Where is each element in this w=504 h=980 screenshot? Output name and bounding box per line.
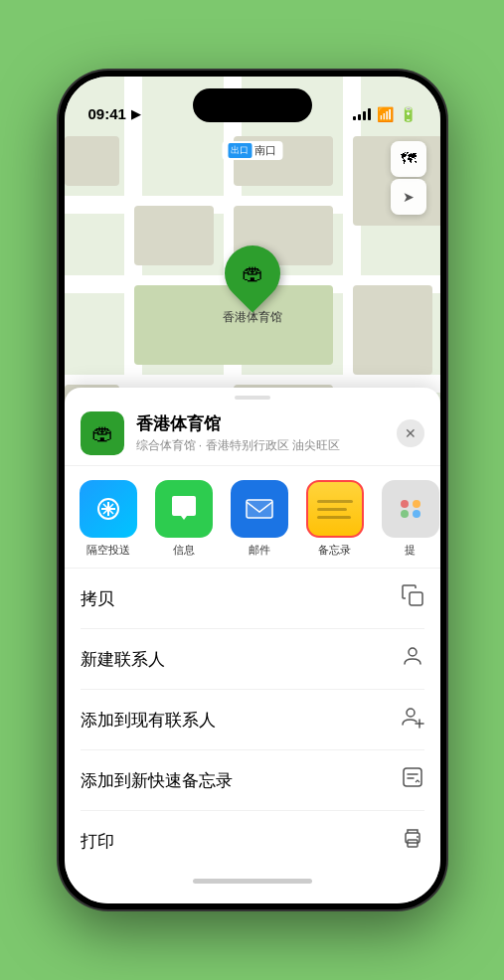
venue-icon: 🏟 bbox=[81, 411, 124, 455]
airdrop-label: 隔空投送 bbox=[86, 543, 130, 558]
svg-point-3 bbox=[409, 648, 417, 656]
home-indicator bbox=[193, 879, 312, 884]
map-controls: 🗺 ➤ bbox=[391, 141, 426, 215]
dynamic-island bbox=[193, 88, 312, 122]
share-item-messages[interactable]: 信息 bbox=[150, 480, 218, 558]
venue-emoji: 🏟 bbox=[91, 420, 113, 446]
more-icon bbox=[382, 480, 439, 538]
notes-lines bbox=[313, 494, 357, 525]
location-arrow-icon: ▶ bbox=[131, 107, 140, 121]
copy-label: 拷贝 bbox=[81, 587, 401, 610]
map-icon: 🗺 bbox=[401, 150, 417, 168]
location-button[interactable]: ➤ bbox=[391, 179, 426, 215]
share-item-more[interactable]: 提 bbox=[377, 480, 440, 558]
action-print[interactable]: 打印 bbox=[81, 811, 424, 871]
svg-rect-2 bbox=[410, 592, 422, 605]
stadium-pin: 🏟 香港体育馆 bbox=[223, 245, 282, 326]
print-label: 打印 bbox=[81, 830, 401, 853]
mail-icon bbox=[231, 480, 288, 538]
svg-rect-1 bbox=[247, 500, 272, 518]
location-label: 出口 南口 bbox=[222, 141, 282, 160]
bottom-sheet: 🏟 香港体育馆 综合体育馆 · 香港特别行政区 油尖旺区 ✕ bbox=[65, 388, 440, 903]
home-indicator-area bbox=[65, 871, 440, 884]
exit-badge: 出口 bbox=[228, 143, 252, 158]
mail-label: 邮件 bbox=[249, 543, 270, 558]
share-item-notes[interactable]: 备忘录 bbox=[301, 480, 369, 558]
share-item-airdrop[interactable]: 隔空投送 bbox=[75, 480, 142, 558]
more-label: 提 bbox=[405, 543, 416, 558]
wifi-icon: 📶 bbox=[377, 106, 394, 122]
svg-point-9 bbox=[417, 836, 419, 838]
phone-frame: 09:41 ▶ 📶 🔋 bbox=[59, 71, 446, 909]
share-actions-row: 隔空投送 信息 bbox=[65, 466, 440, 569]
phone-screen: 09:41 ▶ 📶 🔋 bbox=[65, 77, 440, 903]
copy-icon bbox=[401, 583, 424, 613]
status-time: 09:41 ▶ bbox=[88, 105, 140, 122]
action-quick-note[interactable]: 添加到新快速备忘录 bbox=[81, 750, 424, 811]
stadium-icon: 🏟 bbox=[242, 260, 263, 286]
new-contact-icon bbox=[401, 644, 424, 674]
notes-label: 备忘录 bbox=[318, 543, 351, 558]
messages-label: 信息 bbox=[173, 543, 195, 558]
more-dots-grid bbox=[401, 500, 420, 518]
pin-circle: 🏟 bbox=[213, 234, 291, 312]
svg-point-4 bbox=[407, 709, 415, 717]
airdrop-icon bbox=[80, 480, 137, 538]
close-button[interactable]: ✕ bbox=[397, 419, 424, 447]
time-text: 09:41 bbox=[88, 105, 126, 122]
compass-icon: ➤ bbox=[403, 189, 415, 205]
quick-note-label: 添加到新快速备忘录 bbox=[81, 769, 401, 792]
add-existing-label: 添加到现有联系人 bbox=[81, 709, 401, 732]
svg-rect-6 bbox=[404, 768, 421, 786]
quick-note-icon bbox=[401, 765, 424, 795]
notes-icon bbox=[306, 480, 364, 538]
signal-icon bbox=[353, 108, 371, 120]
action-new-contact[interactable]: 新建联系人 bbox=[81, 629, 424, 690]
print-icon bbox=[401, 826, 424, 856]
battery-icon: 🔋 bbox=[400, 106, 417, 122]
action-copy[interactable]: 拷贝 bbox=[81, 569, 424, 629]
location-name: 南口 bbox=[254, 143, 276, 158]
share-item-mail[interactable]: 邮件 bbox=[226, 480, 293, 558]
action-list: 拷贝 新建联系人 bbox=[65, 569, 440, 871]
venue-description: 综合体育馆 · 香港特别行政区 油尖旺区 bbox=[136, 437, 397, 454]
venue-info: 香港体育馆 综合体育馆 · 香港特别行政区 油尖旺区 bbox=[136, 412, 397, 454]
venue-header: 🏟 香港体育馆 综合体育馆 · 香港特别行政区 油尖旺区 ✕ bbox=[65, 400, 440, 466]
map-type-button[interactable]: 🗺 bbox=[391, 141, 426, 177]
venue-name: 香港体育馆 bbox=[136, 412, 397, 435]
action-add-existing[interactable]: 添加到现有联系人 bbox=[81, 690, 424, 750]
new-contact-label: 新建联系人 bbox=[81, 648, 401, 671]
add-existing-icon bbox=[401, 705, 424, 735]
messages-icon bbox=[155, 480, 213, 538]
status-icons: 📶 🔋 bbox=[353, 106, 417, 122]
